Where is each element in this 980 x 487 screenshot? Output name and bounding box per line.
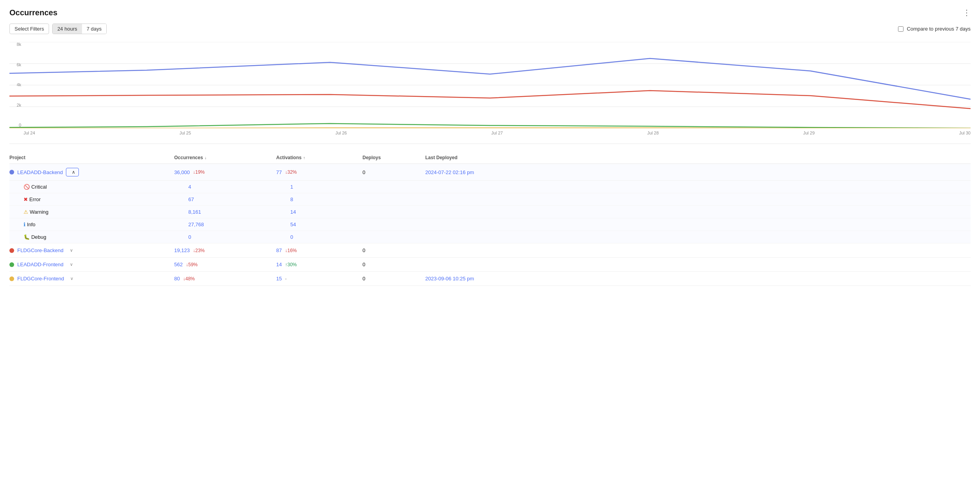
occurrences-link[interactable]: 36,000 bbox=[174, 169, 190, 175]
sub-occ-link[interactable]: 27,768 bbox=[188, 222, 204, 227]
project-dot bbox=[9, 276, 14, 281]
sub-type-cell: ℹ Info bbox=[24, 222, 188, 227]
sub-activations: 1 bbox=[290, 184, 377, 190]
page-container: Occurrences ⋮ Select Filters 24 hours 7 … bbox=[0, 0, 980, 294]
select-filters-button[interactable]: Select Filters bbox=[9, 24, 49, 34]
activations-cell: 87 ↓16% bbox=[276, 247, 362, 253]
x-label-jul24: Jul 24 bbox=[24, 131, 35, 135]
activations-link[interactable]: 14 bbox=[276, 262, 282, 267]
chevron-down-icon[interactable]: ∨ bbox=[70, 262, 73, 267]
time-24h-button[interactable]: 24 hours bbox=[53, 24, 82, 34]
occ-trend: ↓59% bbox=[186, 262, 198, 267]
sub-type-cell: 🐛 Debug bbox=[24, 234, 188, 240]
deploys-cell: 0 bbox=[362, 276, 425, 282]
sub-type-label: Info bbox=[27, 222, 36, 227]
y-label-8k: 8k bbox=[9, 42, 21, 47]
environment-select[interactable]: ∧ bbox=[66, 168, 79, 176]
sub-occurrences: 4 bbox=[188, 184, 290, 190]
chart-svg bbox=[9, 42, 971, 128]
occurrences-link[interactable]: 562 bbox=[174, 262, 183, 267]
sub-occurrences: 67 bbox=[188, 196, 290, 202]
y-label-0: 0 bbox=[9, 123, 21, 127]
activations-link[interactable]: 15 bbox=[276, 276, 282, 282]
last-deployed-cell: 2023-09-06 10:25 pm bbox=[425, 276, 527, 282]
y-label-4k: 4k bbox=[9, 82, 21, 87]
col-project: Project bbox=[9, 155, 174, 160]
chevron-down-icon[interactable]: ∨ bbox=[70, 248, 73, 253]
sub-type-label: Error bbox=[29, 196, 41, 202]
activations-link[interactable]: 77 bbox=[276, 169, 282, 175]
x-axis-labels: Jul 24 Jul 25 Jul 26 Jul 27 Jul 28 Jul 2… bbox=[9, 128, 971, 135]
project-dot bbox=[9, 248, 14, 253]
sub-row-critical: 🚫 Critical 4 1 bbox=[9, 181, 971, 193]
table-row: FLDGCore-Frontend ∨ 80 ↓48% 15 - 0 2023-… bbox=[9, 272, 971, 286]
table-row: FLDGCore-Backend ∨ 19,123 ↓23% 87 ↓16% 0 bbox=[9, 244, 971, 258]
project-cell: FLDGCore-Backend ∨ bbox=[9, 247, 174, 253]
last-deployed-link[interactable]: 2023-09-06 10:25 pm bbox=[425, 276, 474, 282]
col-activations[interactable]: Activations ↑ bbox=[276, 155, 362, 160]
project-cell: FLDGCore-Frontend ∨ bbox=[9, 276, 174, 282]
col-occurrences[interactable]: Occurrences ↓ bbox=[174, 155, 276, 160]
x-label-jul25: Jul 25 bbox=[179, 131, 191, 135]
x-label-jul27: Jul 27 bbox=[491, 131, 503, 135]
table-header: Project Occurrences ↓ Activations ↑ Depl… bbox=[9, 152, 971, 164]
sub-type-cell: 🚫 Critical bbox=[24, 184, 188, 190]
error-icon: ✖ bbox=[24, 196, 28, 202]
chevron-down-icon[interactable]: ∨ bbox=[70, 276, 73, 281]
activations-link[interactable]: 87 bbox=[276, 247, 282, 253]
time-toggle: 24 hours 7 days bbox=[52, 24, 107, 34]
x-label-jul28: Jul 28 bbox=[647, 131, 659, 135]
time-7d-button[interactable]: 7 days bbox=[82, 24, 106, 34]
deploys-cell: 0 bbox=[362, 247, 425, 253]
x-label-jul29: Jul 29 bbox=[803, 131, 814, 135]
sub-act-link[interactable]: 54 bbox=[290, 222, 296, 227]
activations-cell: 15 - bbox=[276, 276, 362, 282]
compare-checkbox[interactable] bbox=[898, 26, 903, 32]
sub-act-link[interactable]: 0 bbox=[290, 234, 293, 240]
debug-icon: 🐛 bbox=[24, 234, 30, 240]
sub-activations: 54 bbox=[290, 222, 377, 227]
sub-row-error: ✖ Error 67 8 bbox=[9, 193, 971, 206]
project-leadadd-backend-link[interactable]: LEADADD-Backend bbox=[17, 169, 63, 175]
project-cell: LEADADD-Backend ∧ bbox=[9, 168, 174, 176]
blue-line bbox=[9, 58, 971, 99]
occurrences-cell: 562 ↓59% bbox=[174, 262, 276, 267]
project-fldgcore-backend-link[interactable]: FLDGCore-Backend bbox=[17, 247, 64, 253]
sub-occ-link[interactable]: 8,161 bbox=[188, 209, 201, 215]
red-line bbox=[9, 91, 971, 109]
sub-row-debug: 🐛 Debug 0 0 bbox=[9, 231, 971, 244]
occ-trend: ↓23% bbox=[193, 248, 205, 253]
project-dot bbox=[9, 262, 14, 267]
sub-occ-link[interactable]: 67 bbox=[188, 196, 194, 202]
page-title: Occurrences bbox=[9, 8, 57, 17]
occ-trend: ↓19% bbox=[193, 169, 205, 175]
project-leadadd-frontend-link[interactable]: LEADADD-Frontend bbox=[17, 262, 64, 267]
deploys-cell: 0 bbox=[362, 262, 425, 267]
sub-activations: 0 bbox=[290, 234, 377, 240]
sub-act-link[interactable]: 1 bbox=[290, 184, 293, 190]
sub-type-label: Debug bbox=[31, 234, 46, 240]
critical-icon: 🚫 bbox=[24, 184, 30, 190]
sub-activations: 14 bbox=[290, 209, 377, 215]
col-last-deployed: Last Deployed bbox=[425, 155, 527, 160]
sub-type-label: Critical bbox=[31, 184, 47, 190]
sub-act-link[interactable]: 8 bbox=[290, 196, 293, 202]
y-label-2k: 2k bbox=[9, 103, 21, 107]
sub-occ-link[interactable]: 4 bbox=[188, 184, 191, 190]
sub-act-link[interactable]: 14 bbox=[290, 209, 296, 215]
last-deployed-cell: 2024-07-22 02:16 pm bbox=[425, 169, 527, 175]
occurrences-link[interactable]: 19,123 bbox=[174, 247, 190, 253]
more-options-icon[interactable]: ⋮ bbox=[963, 8, 971, 17]
occurrences-cell: 19,123 ↓23% bbox=[174, 247, 276, 253]
sub-occurrences: 0 bbox=[188, 234, 290, 240]
occurrences-cell: 36,000 ↓19% bbox=[174, 169, 276, 175]
sub-occ-link[interactable]: 0 bbox=[188, 234, 191, 240]
occurrences-link[interactable]: 80 bbox=[174, 276, 180, 282]
project-fldgcore-frontend-link[interactable]: FLDGCore-Frontend bbox=[17, 276, 64, 282]
sub-type-cell: ⚠ Warning bbox=[24, 209, 188, 215]
last-deployed-link[interactable]: 2024-07-22 02:16 pm bbox=[425, 169, 474, 175]
occurrences-cell: 80 ↓48% bbox=[174, 276, 276, 282]
toolbar: Select Filters 24 hours 7 days Compare t… bbox=[9, 24, 971, 34]
compare-checkbox-label[interactable]: Compare to previous 7 days bbox=[898, 26, 971, 32]
y-axis-labels: 0 2k 4k 6k 8k bbox=[9, 42, 21, 128]
